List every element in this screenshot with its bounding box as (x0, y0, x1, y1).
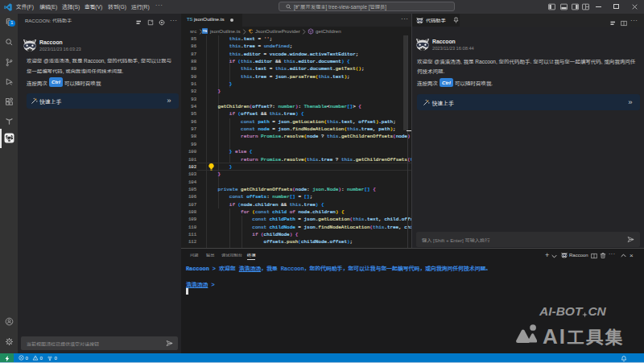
svg-text:TS: TS (203, 29, 208, 33)
